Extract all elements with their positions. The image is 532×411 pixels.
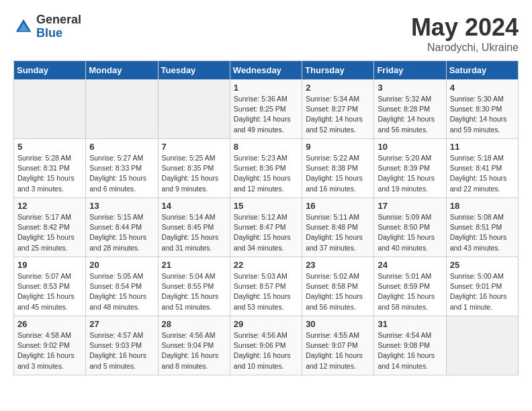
calendar-cell: 28Sunrise: 4:56 AM Sunset: 9:04 PM Dayli… (158, 316, 230, 375)
day-info: Sunrise: 4:56 AM Sunset: 9:04 PM Dayligh… (162, 330, 226, 371)
day-info: Sunrise: 5:32 AM Sunset: 8:28 PM Dayligh… (378, 94, 442, 135)
day-info: Sunrise: 5:17 AM Sunset: 8:42 PM Dayligh… (17, 212, 82, 253)
day-number: 23 (306, 260, 370, 270)
calendar-cell: 5Sunrise: 5:28 AM Sunset: 8:31 PM Daylig… (14, 139, 86, 198)
day-info: Sunrise: 4:56 AM Sunset: 9:06 PM Dayligh… (234, 330, 298, 371)
day-info: Sunrise: 5:14 AM Sunset: 8:45 PM Dayligh… (162, 212, 226, 253)
day-number: 4 (450, 83, 515, 93)
calendar-cell: 20Sunrise: 5:05 AM Sunset: 8:54 PM Dayli… (86, 257, 158, 316)
day-info: Sunrise: 5:09 AM Sunset: 8:50 PM Dayligh… (378, 212, 442, 253)
day-info: Sunrise: 5:07 AM Sunset: 8:53 PM Dayligh… (17, 271, 82, 312)
day-info: Sunrise: 5:22 AM Sunset: 8:38 PM Dayligh… (306, 153, 370, 194)
calendar-cell: 8Sunrise: 5:23 AM Sunset: 8:36 PM Daylig… (230, 139, 302, 198)
day-number: 25 (450, 260, 515, 270)
calendar-cell: 24Sunrise: 5:01 AM Sunset: 8:59 PM Dayli… (374, 257, 446, 316)
weekday-saturday: Saturday (446, 61, 518, 80)
day-number: 18 (450, 201, 515, 211)
day-info: Sunrise: 5:27 AM Sunset: 8:33 PM Dayligh… (89, 153, 154, 194)
day-number: 10 (378, 142, 442, 152)
day-info: Sunrise: 5:34 AM Sunset: 8:27 PM Dayligh… (306, 94, 370, 135)
day-info: Sunrise: 5:30 AM Sunset: 8:30 PM Dayligh… (450, 94, 515, 135)
day-info: Sunrise: 5:01 AM Sunset: 8:59 PM Dayligh… (378, 271, 442, 312)
day-number: 13 (89, 201, 154, 211)
day-number: 30 (306, 319, 370, 329)
day-info: Sunrise: 5:04 AM Sunset: 8:55 PM Dayligh… (162, 271, 226, 312)
title-block: May 2024 Narodychi, Ukraine (411, 13, 519, 54)
day-number: 3 (378, 83, 442, 93)
page-header: General Blue May 2024 Narodychi, Ukraine (13, 13, 519, 54)
day-info: Sunrise: 5:05 AM Sunset: 8:54 PM Dayligh… (89, 271, 154, 312)
day-info: Sunrise: 4:55 AM Sunset: 9:07 PM Dayligh… (306, 330, 370, 371)
calendar-table: SundayMondayTuesdayWednesdayThursdayFrid… (13, 60, 519, 375)
day-info: Sunrise: 5:36 AM Sunset: 8:25 PM Dayligh… (234, 94, 298, 135)
calendar-cell: 7Sunrise: 5:25 AM Sunset: 8:35 PM Daylig… (158, 139, 230, 198)
calendar-cell (86, 80, 158, 139)
calendar-cell: 14Sunrise: 5:14 AM Sunset: 8:45 PM Dayli… (158, 198, 230, 257)
day-info: Sunrise: 5:02 AM Sunset: 8:58 PM Dayligh… (306, 271, 370, 312)
weekday-sunday: Sunday (14, 61, 86, 80)
day-number: 12 (17, 201, 82, 211)
calendar-cell: 29Sunrise: 4:56 AM Sunset: 9:06 PM Dayli… (230, 316, 302, 375)
day-info: Sunrise: 5:12 AM Sunset: 8:47 PM Dayligh… (234, 212, 298, 253)
week-row-4: 19Sunrise: 5:07 AM Sunset: 8:53 PM Dayli… (14, 257, 519, 316)
day-number: 6 (89, 142, 154, 152)
day-number: 5 (17, 142, 82, 152)
calendar-cell: 19Sunrise: 5:07 AM Sunset: 8:53 PM Dayli… (14, 257, 86, 316)
calendar-cell: 6Sunrise: 5:27 AM Sunset: 8:33 PM Daylig… (86, 139, 158, 198)
calendar-cell: 4Sunrise: 5:30 AM Sunset: 8:30 PM Daylig… (446, 80, 518, 139)
day-number: 22 (234, 260, 298, 270)
calendar-header: SundayMondayTuesdayWednesdayThursdayFrid… (14, 61, 519, 80)
weekday-thursday: Thursday (302, 61, 374, 80)
calendar-cell: 12Sunrise: 5:17 AM Sunset: 8:42 PM Dayli… (14, 198, 86, 257)
logo: General Blue (13, 13, 81, 40)
day-number: 31 (378, 319, 442, 329)
calendar-cell (158, 80, 230, 139)
calendar-cell: 27Sunrise: 4:57 AM Sunset: 9:03 PM Dayli… (86, 316, 158, 375)
day-number: 14 (162, 201, 226, 211)
day-info: Sunrise: 5:00 AM Sunset: 9:01 PM Dayligh… (450, 271, 515, 312)
day-number: 19 (17, 260, 82, 270)
day-number: 29 (234, 319, 298, 329)
day-info: Sunrise: 5:11 AM Sunset: 8:48 PM Dayligh… (306, 212, 370, 253)
week-row-5: 26Sunrise: 4:58 AM Sunset: 9:02 PM Dayli… (14, 316, 519, 375)
calendar-cell (14, 80, 86, 139)
day-info: Sunrise: 5:15 AM Sunset: 8:44 PM Dayligh… (89, 212, 154, 253)
calendar-cell: 22Sunrise: 5:03 AM Sunset: 8:57 PM Dayli… (230, 257, 302, 316)
weekday-wednesday: Wednesday (230, 61, 302, 80)
calendar-cell: 25Sunrise: 5:00 AM Sunset: 9:01 PM Dayli… (446, 257, 518, 316)
weekday-header-row: SundayMondayTuesdayWednesdayThursdayFrid… (14, 61, 519, 80)
day-info: Sunrise: 4:54 AM Sunset: 9:08 PM Dayligh… (378, 330, 442, 371)
calendar-cell: 10Sunrise: 5:20 AM Sunset: 8:39 PM Dayli… (374, 139, 446, 198)
day-info: Sunrise: 5:23 AM Sunset: 8:36 PM Dayligh… (234, 153, 298, 194)
day-info: Sunrise: 5:25 AM Sunset: 8:35 PM Dayligh… (162, 153, 226, 194)
calendar-cell: 17Sunrise: 5:09 AM Sunset: 8:50 PM Dayli… (374, 198, 446, 257)
week-row-3: 12Sunrise: 5:17 AM Sunset: 8:42 PM Dayli… (14, 198, 519, 257)
day-number: 20 (89, 260, 154, 270)
day-number: 26 (17, 319, 82, 329)
day-info: Sunrise: 5:28 AM Sunset: 8:31 PM Dayligh… (17, 153, 82, 194)
day-info: Sunrise: 4:58 AM Sunset: 9:02 PM Dayligh… (17, 330, 82, 371)
logo-general-text: General (36, 13, 81, 27)
calendar-cell: 15Sunrise: 5:12 AM Sunset: 8:47 PM Dayli… (230, 198, 302, 257)
day-info: Sunrise: 5:03 AM Sunset: 8:57 PM Dayligh… (234, 271, 298, 312)
day-number: 28 (162, 319, 226, 329)
day-info: Sunrise: 4:57 AM Sunset: 9:03 PM Dayligh… (89, 330, 154, 371)
day-info: Sunrise: 5:18 AM Sunset: 8:41 PM Dayligh… (450, 153, 515, 194)
week-row-1: 1Sunrise: 5:36 AM Sunset: 8:25 PM Daylig… (14, 80, 519, 139)
calendar-cell: 18Sunrise: 5:08 AM Sunset: 8:51 PM Dayli… (446, 198, 518, 257)
day-number: 11 (450, 142, 515, 152)
week-row-2: 5Sunrise: 5:28 AM Sunset: 8:31 PM Daylig… (14, 139, 519, 198)
weekday-monday: Monday (86, 61, 158, 80)
calendar-cell: 21Sunrise: 5:04 AM Sunset: 8:55 PM Dayli… (158, 257, 230, 316)
calendar-cell (446, 316, 518, 375)
day-info: Sunrise: 5:08 AM Sunset: 8:51 PM Dayligh… (450, 212, 515, 253)
calendar-cell: 16Sunrise: 5:11 AM Sunset: 8:48 PM Dayli… (302, 198, 374, 257)
day-number: 7 (162, 142, 226, 152)
day-number: 1 (234, 83, 298, 93)
calendar-cell: 9Sunrise: 5:22 AM Sunset: 8:38 PM Daylig… (302, 139, 374, 198)
day-number: 9 (306, 142, 370, 152)
day-number: 21 (162, 260, 226, 270)
calendar-cell: 3Sunrise: 5:32 AM Sunset: 8:28 PM Daylig… (374, 80, 446, 139)
calendar-cell: 26Sunrise: 4:58 AM Sunset: 9:02 PM Dayli… (14, 316, 86, 375)
weekday-tuesday: Tuesday (158, 61, 230, 80)
